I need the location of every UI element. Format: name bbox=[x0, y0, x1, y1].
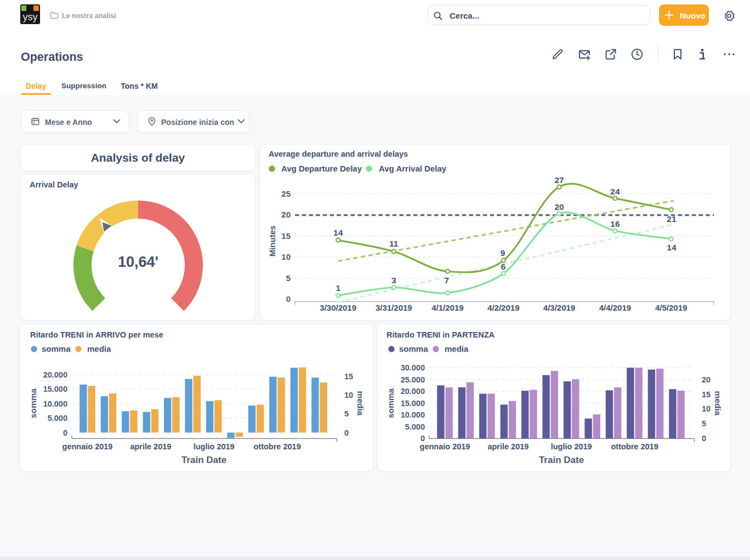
svg-text:0: 0 bbox=[286, 294, 291, 304]
svg-text:15: 15 bbox=[702, 390, 711, 399]
svg-text:somma: somma bbox=[386, 388, 395, 418]
svg-text:media: media bbox=[445, 344, 469, 353]
svg-text:Minutes: Minutes bbox=[268, 226, 277, 257]
svg-text:14: 14 bbox=[333, 228, 343, 237]
svg-text:0: 0 bbox=[344, 428, 349, 437]
svg-text:ottobre 2019: ottobre 2019 bbox=[611, 442, 658, 451]
svg-text:0: 0 bbox=[702, 434, 706, 443]
svg-text:10: 10 bbox=[702, 404, 711, 413]
svg-text:gennaio 2019: gennaio 2019 bbox=[420, 442, 470, 451]
svg-text:15: 15 bbox=[281, 231, 291, 241]
svg-text:15.000: 15.000 bbox=[43, 385, 67, 393]
svg-text:Average departure and arrival: Average departure and arrival delays bbox=[269, 150, 408, 158]
svg-text:ottobre 2019: ottobre 2019 bbox=[253, 442, 300, 451]
svg-text:5: 5 bbox=[702, 419, 706, 428]
svg-text:4/5/2019: 4/5/2019 bbox=[655, 303, 687, 312]
svg-text:4/4/2019: 4/4/2019 bbox=[599, 303, 631, 312]
svg-text:Arrival Delay: Arrival Delay bbox=[30, 180, 78, 189]
svg-text:10.000: 10.000 bbox=[43, 399, 67, 408]
svg-text:Train Date: Train Date bbox=[181, 455, 226, 465]
svg-text:somma: somma bbox=[42, 344, 71, 353]
svg-text:15: 15 bbox=[344, 372, 353, 381]
svg-text:24: 24 bbox=[610, 187, 620, 196]
svg-text:4/3/2019: 4/3/2019 bbox=[543, 303, 575, 312]
svg-text:luglio 2019: luglio 2019 bbox=[551, 442, 592, 451]
svg-text:5: 5 bbox=[344, 409, 349, 418]
svg-text:11: 11 bbox=[389, 239, 399, 248]
svg-text:Ritardo TRENI in PARTENZA: Ritardo TRENI in PARTENZA bbox=[387, 330, 495, 339]
svg-text:7: 7 bbox=[444, 276, 449, 285]
svg-text:somma: somma bbox=[399, 344, 428, 353]
svg-text:16: 16 bbox=[610, 219, 620, 228]
svg-text:30.000: 30.000 bbox=[401, 363, 425, 372]
svg-text:aprile 2019: aprile 2019 bbox=[487, 442, 529, 451]
svg-text:media: media bbox=[713, 391, 723, 416]
svg-text:media: media bbox=[87, 344, 111, 353]
svg-text:9: 9 bbox=[501, 248, 505, 258]
svg-text:5: 5 bbox=[286, 273, 291, 283]
svg-text:0: 0 bbox=[421, 434, 425, 443]
svg-text:20.000: 20.000 bbox=[401, 387, 425, 396]
svg-text:3: 3 bbox=[391, 276, 396, 285]
svg-text:Train Date: Train Date bbox=[539, 455, 584, 465]
svg-text:gennaio 2019: gennaio 2019 bbox=[63, 442, 113, 451]
svg-text:20: 20 bbox=[554, 202, 564, 212]
svg-text:15.000: 15.000 bbox=[401, 399, 425, 408]
svg-text:4/2/2019: 4/2/2019 bbox=[487, 303, 519, 312]
svg-text:Avg Departure Delay: Avg Departure Delay bbox=[281, 164, 362, 173]
svg-text:luglio 2019: luglio 2019 bbox=[194, 442, 235, 451]
svg-text:20: 20 bbox=[281, 210, 291, 219]
svg-text:20.000: 20.000 bbox=[43, 370, 67, 379]
svg-text:14: 14 bbox=[667, 243, 677, 252]
svg-text:27: 27 bbox=[554, 175, 564, 185]
svg-text:25.000: 25.000 bbox=[401, 375, 425, 384]
svg-text:5.000: 5.000 bbox=[48, 414, 67, 422]
svg-text:3/30/2019: 3/30/2019 bbox=[320, 303, 356, 312]
svg-text:aprile 2019: aprile 2019 bbox=[130, 442, 171, 451]
svg-text:4/1/2019: 4/1/2019 bbox=[431, 303, 463, 312]
svg-text:0: 0 bbox=[63, 428, 67, 437]
svg-text:5.000: 5.000 bbox=[405, 422, 425, 431]
svg-text:media: media bbox=[356, 391, 365, 416]
svg-text:10: 10 bbox=[344, 391, 353, 399]
svg-text:10: 10 bbox=[281, 252, 291, 261]
svg-text:20: 20 bbox=[702, 375, 711, 384]
svg-text:3/31/2019: 3/31/2019 bbox=[376, 303, 412, 312]
svg-text:21: 21 bbox=[667, 214, 677, 224]
svg-text:6: 6 bbox=[501, 262, 505, 271]
svg-text:somma: somma bbox=[29, 388, 38, 418]
svg-text:10,64': 10,64' bbox=[118, 254, 158, 270]
svg-text:Ritardo TRENI in ARRIVO per me: Ritardo TRENI in ARRIVO per mese bbox=[30, 330, 163, 339]
svg-text:10.000: 10.000 bbox=[401, 410, 425, 419]
svg-text:Avg Arrival Delay: Avg Arrival Delay bbox=[379, 164, 447, 173]
svg-text:1: 1 bbox=[336, 283, 340, 293]
svg-text:25: 25 bbox=[281, 189, 291, 198]
